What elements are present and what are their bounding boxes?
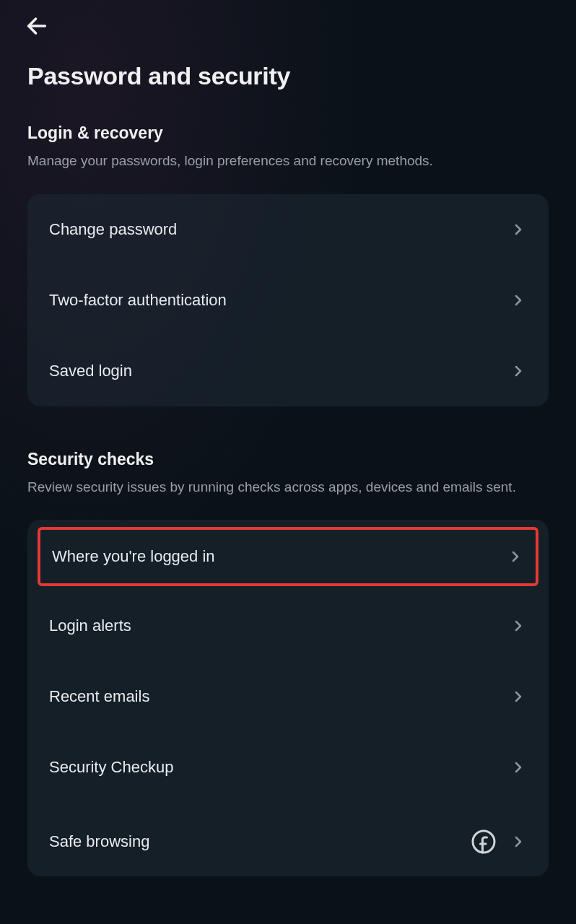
chevron-right-icon bbox=[510, 617, 527, 635]
item-saved-login[interactable]: Saved login bbox=[27, 336, 549, 406]
section-login-desc: Manage your passwords, login preferences… bbox=[27, 152, 549, 171]
item-recent-emails[interactable]: Recent emails bbox=[27, 661, 549, 732]
chevron-right-icon bbox=[510, 688, 527, 705]
item-label: Saved login bbox=[49, 362, 132, 380]
item-label: Change password bbox=[49, 220, 177, 239]
chevron-right-icon bbox=[510, 221, 527, 238]
item-label: Where you're logged in bbox=[52, 547, 215, 566]
chevron-right-icon bbox=[510, 833, 527, 850]
item-two-factor[interactable]: Two-factor authentication bbox=[27, 265, 549, 336]
back-button[interactable] bbox=[25, 12, 53, 40]
item-where-logged-in[interactable]: Where you're logged in bbox=[38, 527, 538, 586]
login-card: Change password Two-factor authenticatio… bbox=[27, 194, 549, 406]
chevron-right-icon bbox=[510, 759, 527, 776]
security-card: Where you're logged in Login alerts Rece… bbox=[27, 520, 549, 876]
item-right-group bbox=[471, 829, 527, 855]
chevron-right-icon bbox=[510, 362, 527, 380]
facebook-icon bbox=[471, 829, 497, 855]
item-label: Login alerts bbox=[49, 616, 131, 635]
section-security-title: Security checks bbox=[27, 450, 549, 469]
item-label: Security Checkup bbox=[49, 758, 173, 777]
item-login-alerts[interactable]: Login alerts bbox=[27, 590, 549, 661]
item-safe-browsing[interactable]: Safe browsing bbox=[27, 803, 549, 876]
chevron-right-icon bbox=[507, 548, 524, 565]
section-security-desc: Review security issues by running checks… bbox=[27, 478, 549, 497]
item-security-checkup[interactable]: Security Checkup bbox=[27, 732, 549, 803]
item-label: Two-factor authentication bbox=[49, 291, 227, 310]
item-change-password[interactable]: Change password bbox=[27, 194, 549, 265]
arrow-left-icon bbox=[25, 14, 49, 38]
item-label: Safe browsing bbox=[49, 832, 149, 851]
page-title: Password and security bbox=[27, 62, 549, 90]
item-label: Recent emails bbox=[49, 687, 149, 706]
chevron-right-icon bbox=[510, 292, 527, 309]
section-login-title: Login & recovery bbox=[27, 123, 549, 143]
